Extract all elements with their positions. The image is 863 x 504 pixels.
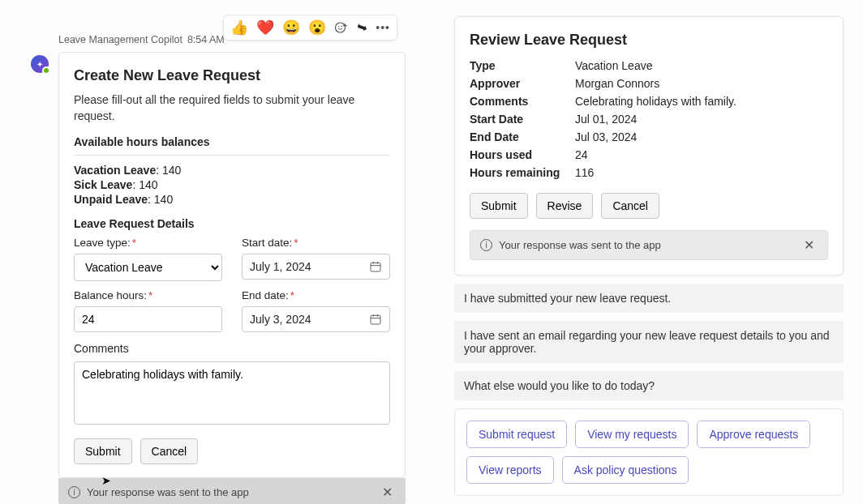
svg-point-1 [338,26,340,28]
kv-start-date: Start DateJul 01, 2024 [470,110,828,128]
close-icon[interactable]: ✕ [379,485,396,500]
chip-view-my-requests[interactable]: View my requests [575,421,689,448]
response-sent-text: Your response was sent to the app [87,486,249,498]
response-sent-text: Your response was sent to the app [499,239,661,251]
start-date-label: Start date:* [242,237,390,249]
kv-end-date: End DateJul 03, 2024 [470,128,828,146]
review-cancel-button[interactable]: Cancel [601,193,659,219]
kv-hours-used: Hours used24 [470,146,828,164]
details-heading: Leave Request Details [74,217,390,230]
submit-button[interactable]: Submit [74,438,132,464]
card-intro: Please fill-out all the required fields … [74,92,390,124]
info-icon: i [68,486,80,498]
reaction-heart-icon[interactable]: ❤️ [256,19,274,36]
chip-submit-request[interactable]: Submit request [466,421,567,448]
reply-icon[interactable]: ➦ [354,19,370,36]
presence-available-icon [42,66,50,75]
kv-approver: ApproverMorgan Connors [470,75,828,92]
balances-heading: Available hours balances [74,135,390,148]
more-options-icon[interactable]: ••• [376,21,390,34]
cancel-button[interactable]: Cancel [140,438,199,464]
review-revise-button[interactable]: Revise [536,193,594,219]
chip-ask-policy-questions[interactable]: Ask policy questions [562,456,689,484]
bot-message-3: What else would you like to do today? [454,371,844,400]
comments-label: Comments [74,342,390,355]
balance-hours-label: Balance hours:* [74,289,222,301]
info-icon: i [480,239,492,251]
kv-hours-remaining: Hours remaining116 [470,164,828,182]
sender-time: 8:54 AM [187,34,225,45]
reaction-laugh-icon[interactable]: 😀 [282,19,300,36]
review-card-title: Review Leave Request [470,32,828,49]
svg-point-2 [341,26,343,28]
start-date-input[interactable]: July 1, 2024 [242,254,390,280]
bot-message-1: I have submitted your new leave request. [454,284,844,313]
vacation-balance: Vacation Leave: 140 [74,164,390,177]
chip-view-reports[interactable]: View reports [466,456,554,484]
leave-type-select[interactable]: Vacation Leave [74,254,222,281]
bot-message-2: I have sent an email regarding your new … [454,321,844,363]
reaction-like-icon[interactable]: 👍 [230,19,248,36]
balance-hours-input[interactable] [74,306,222,332]
end-date-label: End date:* [242,289,390,301]
svg-rect-7 [371,316,380,325]
svg-rect-3 [371,263,380,272]
add-reaction-icon[interactable] [334,20,349,35]
close-icon[interactable]: ✕ [801,237,818,253]
end-date-input[interactable]: July 3, 2024 [242,306,390,332]
svg-point-0 [336,23,346,32]
chip-approve-requests[interactable]: Approve requests [697,421,810,448]
review-submit-button[interactable]: Submit [470,193,528,219]
calendar-icon [369,313,382,326]
sick-balance: Sick Leave: 140 [74,178,390,191]
calendar-icon [369,260,382,273]
kv-type: TypeVacation Leave [470,57,828,75]
kv-comments: CommentsCelebrating holidays with family… [470,92,828,110]
sender-name: Leave Management Copilot [58,34,182,45]
card-title: Create New Leave Request [74,67,390,84]
comments-textarea[interactable] [74,361,390,425]
unpaid-balance: Unpaid Leave: 140 [74,193,390,206]
leave-type-label: Leave type:* [74,237,222,249]
divider [74,155,390,156]
reaction-surprised-icon[interactable]: 😮 [308,19,326,36]
